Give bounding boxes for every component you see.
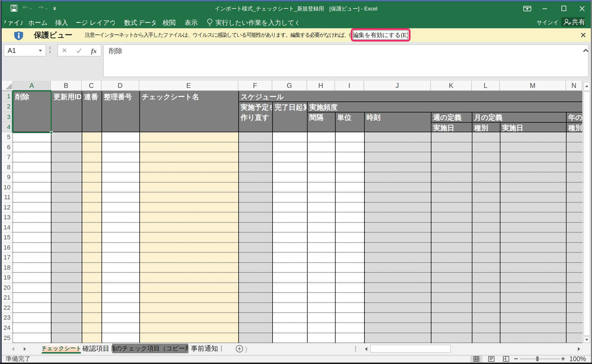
svg-text:fx: fx xyxy=(91,47,97,55)
